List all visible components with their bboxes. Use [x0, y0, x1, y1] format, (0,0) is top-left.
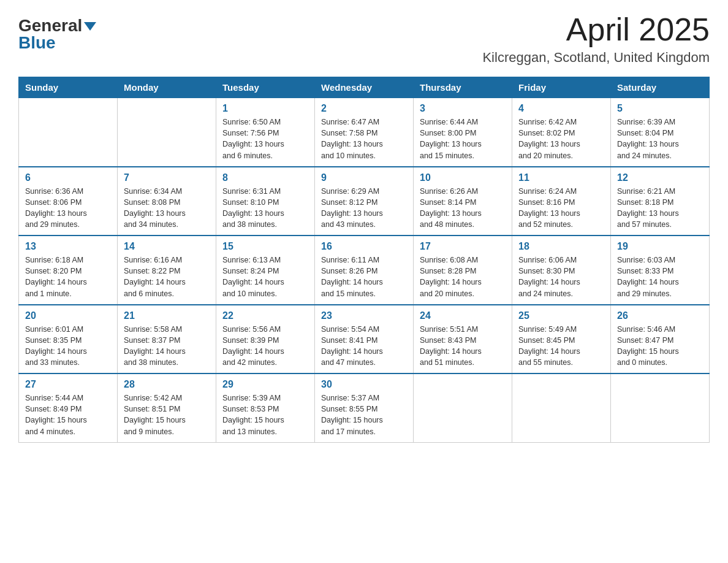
calendar-cell: [118, 98, 216, 167]
day-number: 2: [321, 103, 407, 114]
logo-blue-text: Blue: [18, 34, 56, 52]
calendar-cell: 22Sunrise: 5:56 AMSunset: 8:39 PMDayligh…: [216, 305, 315, 374]
logo-general-text: General: [18, 17, 82, 34]
header: General Blue April 2025 Kilcreggan, Scot…: [18, 12, 710, 66]
day-number: 16: [321, 241, 407, 252]
day-detail: Sunrise: 6:13 AMSunset: 8:24 PMDaylight:…: [222, 255, 308, 299]
month-year-title: April 2025: [482, 12, 710, 47]
calendar-cell: [512, 373, 611, 442]
day-number: 27: [25, 379, 111, 390]
day-number: 5: [617, 103, 703, 114]
week-row-2: 6Sunrise: 6:36 AMSunset: 8:06 PMDaylight…: [19, 167, 710, 236]
day-number: 11: [518, 172, 604, 183]
day-number: 17: [420, 241, 506, 252]
day-detail: Sunrise: 6:18 AMSunset: 8:20 PMDaylight:…: [25, 255, 111, 299]
day-number: 20: [25, 310, 111, 321]
calendar-cell: 18Sunrise: 6:06 AMSunset: 8:30 PMDayligh…: [512, 236, 611, 305]
calendar-cell: 3Sunrise: 6:44 AMSunset: 8:00 PMDaylight…: [414, 98, 512, 167]
day-detail: Sunrise: 6:11 AMSunset: 8:26 PMDaylight:…: [321, 255, 407, 299]
day-detail: Sunrise: 6:21 AMSunset: 8:18 PMDaylight:…: [617, 186, 703, 231]
day-number: 24: [420, 310, 506, 321]
day-detail: Sunrise: 5:51 AMSunset: 8:43 PMDaylight:…: [420, 324, 506, 369]
day-number: 12: [617, 172, 703, 183]
day-detail: Sunrise: 6:26 AMSunset: 8:14 PMDaylight:…: [420, 186, 506, 231]
day-detail: Sunrise: 5:37 AMSunset: 8:55 PMDaylight:…: [321, 393, 407, 437]
day-number: 15: [222, 241, 308, 252]
day-detail: Sunrise: 6:24 AMSunset: 8:16 PMDaylight:…: [518, 186, 604, 231]
calendar-cell: 28Sunrise: 5:42 AMSunset: 8:51 PMDayligh…: [118, 373, 216, 442]
day-number: 10: [420, 172, 506, 183]
day-number: 19: [617, 241, 703, 252]
day-detail: Sunrise: 6:44 AMSunset: 8:00 PMDaylight:…: [420, 117, 506, 161]
logo: General Blue: [18, 12, 96, 52]
day-number: 9: [321, 172, 407, 183]
calendar-cell: 21Sunrise: 5:58 AMSunset: 8:37 PMDayligh…: [118, 305, 216, 374]
day-detail: Sunrise: 6:16 AMSunset: 8:22 PMDaylight:…: [124, 255, 210, 299]
day-number: 28: [124, 379, 210, 390]
day-detail: Sunrise: 6:08 AMSunset: 8:28 PMDaylight:…: [420, 255, 506, 299]
calendar-cell: 8Sunrise: 6:31 AMSunset: 8:10 PMDaylight…: [216, 167, 315, 236]
day-number: 4: [518, 103, 604, 114]
header-friday: Friday: [512, 77, 611, 98]
calendar-cell: 4Sunrise: 6:42 AMSunset: 8:02 PMDaylight…: [512, 98, 611, 167]
calendar-header-row: SundayMondayTuesdayWednesdayThursdayFrid…: [19, 77, 710, 98]
day-detail: Sunrise: 6:42 AMSunset: 8:02 PMDaylight:…: [518, 117, 604, 161]
header-saturday: Saturday: [611, 77, 710, 98]
header-tuesday: Tuesday: [216, 77, 315, 98]
day-number: 26: [617, 310, 703, 321]
day-number: 30: [321, 379, 407, 390]
logo-general: General: [18, 17, 96, 34]
calendar-cell: 14Sunrise: 6:16 AMSunset: 8:22 PMDayligh…: [118, 236, 216, 305]
day-detail: Sunrise: 6:34 AMSunset: 8:08 PMDaylight:…: [124, 186, 210, 231]
day-number: 29: [222, 379, 308, 390]
day-number: 23: [321, 310, 407, 321]
day-detail: Sunrise: 6:03 AMSunset: 8:33 PMDaylight:…: [617, 255, 703, 299]
day-detail: Sunrise: 6:29 AMSunset: 8:12 PMDaylight:…: [321, 186, 407, 231]
header-sunday: Sunday: [19, 77, 118, 98]
day-detail: Sunrise: 5:54 AMSunset: 8:41 PMDaylight:…: [321, 324, 407, 369]
calendar-cell: 27Sunrise: 5:44 AMSunset: 8:49 PMDayligh…: [19, 373, 118, 442]
calendar-cell: 10Sunrise: 6:26 AMSunset: 8:14 PMDayligh…: [414, 167, 512, 236]
day-detail: Sunrise: 5:42 AMSunset: 8:51 PMDaylight:…: [124, 393, 210, 437]
day-detail: Sunrise: 6:06 AMSunset: 8:30 PMDaylight:…: [518, 255, 604, 299]
calendar-cell: 9Sunrise: 6:29 AMSunset: 8:12 PMDaylight…: [315, 167, 414, 236]
calendar-cell: 5Sunrise: 6:39 AMSunset: 8:04 PMDaylight…: [611, 98, 710, 167]
day-detail: Sunrise: 6:36 AMSunset: 8:06 PMDaylight:…: [25, 186, 111, 231]
day-detail: Sunrise: 6:01 AMSunset: 8:35 PMDaylight:…: [25, 324, 111, 369]
calendar-cell: 25Sunrise: 5:49 AMSunset: 8:45 PMDayligh…: [512, 305, 611, 374]
calendar-cell: 7Sunrise: 6:34 AMSunset: 8:08 PMDaylight…: [118, 167, 216, 236]
day-detail: Sunrise: 5:46 AMSunset: 8:47 PMDaylight:…: [617, 324, 703, 369]
week-row-5: 27Sunrise: 5:44 AMSunset: 8:49 PMDayligh…: [19, 373, 710, 442]
day-number: 8: [222, 172, 308, 183]
day-number: 1: [222, 103, 308, 114]
calendar-table: SundayMondayTuesdayWednesdayThursdayFrid…: [18, 77, 710, 443]
day-number: 6: [25, 172, 111, 183]
day-number: 3: [420, 103, 506, 114]
day-number: 22: [222, 310, 308, 321]
header-thursday: Thursday: [414, 77, 512, 98]
day-number: 7: [124, 172, 210, 183]
day-number: 25: [518, 310, 604, 321]
day-detail: Sunrise: 5:56 AMSunset: 8:39 PMDaylight:…: [222, 324, 308, 369]
calendar-cell: [611, 373, 710, 442]
calendar-cell: 26Sunrise: 5:46 AMSunset: 8:47 PMDayligh…: [611, 305, 710, 374]
calendar-cell: [19, 98, 118, 167]
day-number: 14: [124, 241, 210, 252]
calendar-cell: 23Sunrise: 5:54 AMSunset: 8:41 PMDayligh…: [315, 305, 414, 374]
calendar-cell: [414, 373, 512, 442]
day-detail: Sunrise: 6:39 AMSunset: 8:04 PMDaylight:…: [617, 117, 703, 161]
calendar-cell: 24Sunrise: 5:51 AMSunset: 8:43 PMDayligh…: [414, 305, 512, 374]
calendar-cell: 17Sunrise: 6:08 AMSunset: 8:28 PMDayligh…: [414, 236, 512, 305]
week-row-3: 13Sunrise: 6:18 AMSunset: 8:20 PMDayligh…: [19, 236, 710, 305]
title-area: April 2025 Kilcreggan, Scotland, United …: [482, 12, 710, 66]
day-number: 18: [518, 241, 604, 252]
day-detail: Sunrise: 6:50 AMSunset: 7:56 PMDaylight:…: [222, 117, 308, 161]
day-detail: Sunrise: 5:49 AMSunset: 8:45 PMDaylight:…: [518, 324, 604, 369]
header-wednesday: Wednesday: [315, 77, 414, 98]
calendar-cell: 30Sunrise: 5:37 AMSunset: 8:55 PMDayligh…: [315, 373, 414, 442]
calendar-cell: 29Sunrise: 5:39 AMSunset: 8:53 PMDayligh…: [216, 373, 315, 442]
day-detail: Sunrise: 6:47 AMSunset: 7:58 PMDaylight:…: [321, 117, 407, 161]
calendar-cell: 15Sunrise: 6:13 AMSunset: 8:24 PMDayligh…: [216, 236, 315, 305]
calendar-cell: 2Sunrise: 6:47 AMSunset: 7:58 PMDaylight…: [315, 98, 414, 167]
calendar-cell: 13Sunrise: 6:18 AMSunset: 8:20 PMDayligh…: [19, 236, 118, 305]
